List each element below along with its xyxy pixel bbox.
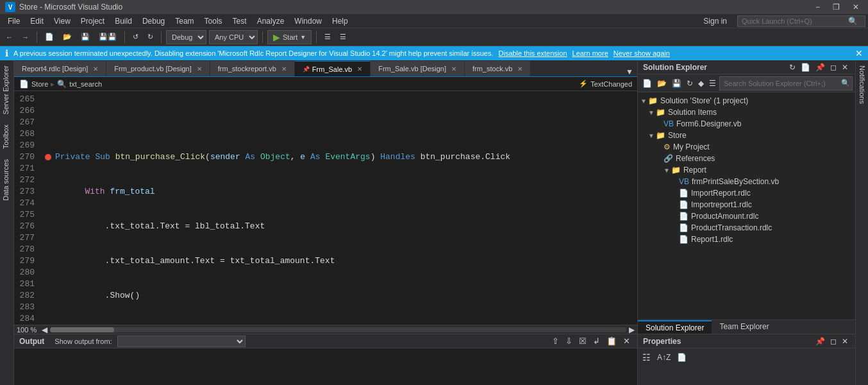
tree-solution-items[interactable]: ▼ 📁 Solution Items (638, 107, 855, 118)
h-scroll-track[interactable] (50, 327, 626, 332)
props-alphabetic-btn[interactable]: A↑Z (655, 352, 672, 363)
props-categorize-btn[interactable]: ☷ (640, 351, 653, 364)
tree-form6-designer[interactable]: VB Form6.Designer.vb (638, 118, 855, 130)
menu-edit[interactable]: Edit (25, 15, 49, 27)
disable-extension-link[interactable]: Disable this extension (499, 49, 567, 57)
h-scrollbar[interactable]: 100 % ◀ ▶ (14, 325, 637, 334)
output-page-up[interactable]: ⇧ (550, 336, 561, 346)
tree-importreport1[interactable]: 📄 Importreport1.rdlc (638, 199, 855, 210)
tab-frm-sale-design[interactable]: Frm_Sale.vb [Design] ✕ (371, 61, 465, 76)
platform-select[interactable]: Any CPU (209, 30, 258, 44)
tree-product-transaction[interactable]: 📄 ProductTransaction.rdlc (638, 222, 855, 234)
sol-tool6[interactable]: ☰ (707, 78, 718, 89)
menu-build[interactable]: Build (110, 15, 137, 27)
solution-close-btn[interactable]: ✕ (840, 62, 850, 73)
toolbar-save[interactable]: 💾 (78, 30, 93, 44)
tab-solution-explorer[interactable]: Solution Explorer (638, 320, 712, 334)
props-close-btn[interactable]: ✕ (840, 336, 850, 347)
toolbar-save-all[interactable]: 💾💾 (96, 30, 120, 44)
tree-report[interactable]: ▼ 📁 Report (638, 164, 855, 176)
tab-frm-product-close[interactable]: ✕ (197, 65, 202, 73)
tab-frm-sale-design-close[interactable]: ✕ (451, 65, 456, 73)
sol-tool1[interactable]: 📄 (640, 78, 654, 89)
info-close[interactable]: ✕ (855, 48, 863, 58)
menu-project[interactable]: Project (76, 15, 110, 27)
output-word-wrap[interactable]: ↲ (591, 336, 602, 346)
tab-frm-stock[interactable]: frm_stock.vb ✕ (465, 61, 531, 76)
toolbar-open[interactable]: 📂 (60, 30, 75, 44)
notifications-tab[interactable]: Notifications (856, 60, 868, 109)
toolbar-new[interactable]: 📄 (42, 30, 57, 44)
menu-team[interactable]: Team (170, 15, 199, 27)
tab-overflow-btn[interactable]: ▼ (622, 67, 637, 76)
tab-team-explorer[interactable]: Team Explorer (712, 320, 776, 334)
tree-product-amount[interactable]: 📄 ProductAmount.rdlc (638, 210, 855, 222)
output-page-down[interactable]: ⇩ (563, 336, 574, 346)
menu-view[interactable]: View (49, 15, 76, 27)
learn-more-link[interactable]: Learn more (572, 49, 608, 57)
code-area[interactable]: 265 266 267 268 269 270 271 272 273 274 … (14, 91, 637, 325)
menu-debug[interactable]: Debug (137, 15, 170, 27)
tree-references[interactable]: 🔗 References (638, 153, 855, 164)
menu-test[interactable]: Test (228, 15, 252, 27)
toolbar-extra2[interactable]: ☰ (337, 30, 349, 44)
tab-report4-close[interactable]: ✕ (93, 65, 98, 73)
toolbar-back[interactable]: ← (3, 30, 16, 44)
sol-tool3[interactable]: 💾 (670, 78, 683, 89)
zoom-decrease[interactable]: ◀ (42, 325, 47, 334)
solution-properties-btn[interactable]: 📄 (799, 62, 812, 73)
solution-items-expand[interactable]: ▼ (648, 109, 655, 116)
props-pin-btn[interactable]: 📌 (814, 336, 827, 347)
debug-mode-select[interactable]: Debug (166, 30, 206, 44)
start-button[interactable]: ▶ Start ▼ (267, 30, 312, 44)
menu-file[interactable]: File (3, 15, 25, 27)
props-float-btn[interactable]: ◻ (828, 336, 839, 347)
solution-sync-btn[interactable]: ↻ (787, 62, 797, 73)
sidebar-data-sources[interactable]: Data sources (0, 154, 13, 206)
tab-frm-stockreport-close[interactable]: ✕ (281, 65, 287, 73)
sign-in[interactable]: Sign in (698, 15, 732, 27)
solution-float-btn[interactable]: ◻ (828, 62, 839, 73)
toolbar-redo[interactable]: ↻ (144, 30, 156, 44)
zoom-increase[interactable]: ▶ (629, 325, 635, 334)
output-clear[interactable]: ☒ (577, 336, 588, 346)
never-show-link[interactable]: Never show again (613, 49, 670, 57)
h-scroll-thumb[interactable] (50, 327, 114, 332)
output-source-select[interactable] (117, 336, 246, 347)
tree-frm-print-sale[interactable]: VB frmPrintSaleBySection.vb (638, 176, 855, 187)
solution-pin-btn[interactable]: 📌 (814, 62, 827, 73)
minimize-btn[interactable]: − (812, 1, 824, 13)
tab-frm-product[interactable]: Frm_product.vb [Design] ✕ (106, 61, 210, 76)
tab-report4[interactable]: Report4.rdlc [Design] ✕ (14, 61, 106, 76)
solution-expand[interactable]: ▼ (640, 98, 647, 105)
sol-tool4[interactable]: ↻ (685, 78, 695, 89)
toolbar-extra1[interactable]: ☰ (321, 30, 334, 44)
menu-window[interactable]: Window (289, 15, 327, 27)
tree-report1[interactable]: 📄 Report1.rdlc (638, 234, 855, 245)
sidebar-toolbox[interactable]: Toolbox (0, 119, 13, 154)
tree-solution-root[interactable]: ▼ 📁 Solution 'Store' (1 project) (638, 95, 855, 107)
tab-frm-stock-close[interactable]: ✕ (517, 65, 522, 73)
solution-search-input[interactable] (719, 76, 853, 90)
tab-frm-stock-report[interactable]: frm_stockreport.vb ✕ (210, 61, 295, 76)
tree-import-report[interactable]: 📄 ImportReport.rdlc (638, 187, 855, 199)
menu-help[interactable]: Help (327, 15, 353, 27)
restore-btn[interactable]: ❒ (829, 1, 844, 13)
store-expand[interactable]: ▼ (648, 132, 655, 139)
report-expand[interactable]: ▼ (664, 167, 670, 174)
props-prop-page-btn[interactable]: 📄 (675, 352, 689, 363)
sol-tool5[interactable]: ◆ (696, 78, 706, 89)
tree-my-project[interactable]: ⚙ My Project (638, 141, 855, 153)
close-btn[interactable]: ✕ (849, 1, 863, 13)
toolbar-undo[interactable]: ↺ (129, 30, 142, 44)
menu-tools[interactable]: Tools (199, 15, 228, 27)
code-content[interactable]: Private Sub btn_purchase_Click(sender As… (40, 91, 637, 325)
toolbar-forward[interactable]: → (19, 30, 32, 44)
output-dock[interactable]: 📋 (605, 336, 619, 346)
tab-frm-sale-close[interactable]: ✕ (357, 65, 362, 73)
output-close[interactable]: ✕ (621, 336, 632, 346)
menu-analyze[interactable]: Analyze (252, 15, 290, 27)
tree-store[interactable]: ▼ 📁 Store (638, 130, 855, 141)
sidebar-server-explorer[interactable]: Server Explorer (0, 60, 13, 119)
tab-frm-sale[interactable]: 📌 Frm_Sale.vb ✕ (295, 61, 371, 76)
